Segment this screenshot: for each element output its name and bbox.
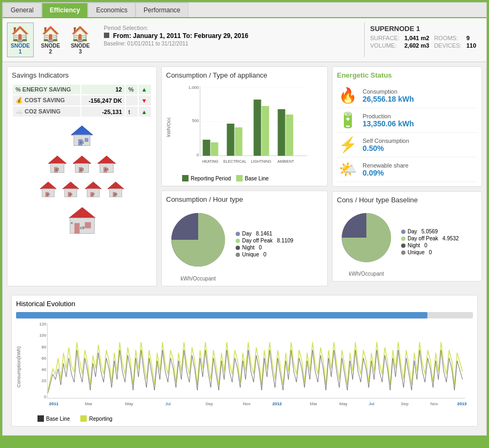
house-row-2: c2 c3 (17, 154, 147, 178)
legend-reporting: Reporting Period (182, 175, 231, 181)
tab-general[interactable]: General (3, 3, 42, 17)
svg-rect-48 (227, 124, 235, 156)
self-consumption-info: Self Consumption 0.50% (363, 138, 409, 153)
cons-hour-panel: Consumption / Hour type kWh/Occupant (161, 191, 328, 286)
scrollbar-track[interactable] (16, 312, 473, 318)
bl-unique-label: Unique (408, 249, 425, 255)
historical-chart-svg: 120 100 80 60 40 20 0 2011 Mar May (24, 321, 473, 412)
svg-text:c6: c6 (69, 192, 73, 196)
day-dot (236, 232, 240, 236)
snode-1[interactable]: 🏠 SNODE1 (7, 22, 34, 57)
volume-value: 2,602 m3 (404, 42, 430, 49)
bar-chart-legend: Reporting Period Base Line (182, 175, 323, 181)
svg-text:Jul: Jul (165, 401, 171, 406)
cons-hour-pie-svg (166, 208, 230, 272)
svg-text:c4: c4 (104, 168, 108, 171)
house-c7-icon: c7 (83, 180, 103, 200)
house-c7[interactable]: c7 (83, 180, 103, 202)
main-content: Savings Indicators % ENERGY SAVING 12 % … (3, 62, 486, 291)
svg-text:500: 500 (192, 118, 199, 123)
energetic-title: Energetic Status (337, 71, 477, 79)
scrollbar-thumb[interactable] (16, 312, 427, 318)
renewable-value: 0.09% (363, 169, 409, 177)
energy-saving-row: % ENERGY SAVING 12 % ▲ (13, 85, 151, 94)
energy-saving-icon: % ENERGY SAVING (13, 85, 80, 94)
cons-hour-legend: Day 8.1461 Day off Peak 8.1109 Night 0 (236, 231, 294, 259)
cost-saving-arrow: ▼ (139, 95, 151, 105)
svg-text:Sep: Sep (206, 401, 214, 406)
rooms-value: 9 (467, 35, 477, 41)
snode-3[interactable]: 🏠 SNODE3 (67, 23, 93, 57)
svg-text:c3: c3 (80, 168, 84, 171)
house-c1[interactable]: c1 (69, 123, 95, 151)
house-c6[interactable]: c6 (61, 180, 81, 202)
house-c5[interactable]: c5 (38, 180, 58, 202)
cons-baseline-panel: Cons / Hour type Baseline kWh/Occupant (332, 191, 482, 282)
dayoff-value: 8.1109 (277, 238, 294, 244)
house-c8-icon: c8 (106, 180, 126, 200)
night-dot (236, 246, 240, 250)
legend-baseline-color (236, 175, 243, 181)
self-consumption-label: Self Consumption (363, 138, 409, 144)
historical-section: Historical Evolution Consumption(kWh) 12… (7, 291, 482, 431)
snode-2-label: SNODE2 (41, 43, 61, 55)
svg-text:2013: 2013 (457, 401, 467, 406)
house-c1-icon: c1 (69, 123, 95, 150)
production-status-item: 🔋 Production 13,350.06 kWh (337, 108, 477, 133)
house-c2[interactable]: c2 (46, 154, 69, 178)
svg-text:Nov: Nov (243, 401, 251, 406)
svg-marker-29 (108, 182, 124, 189)
renewable-status-item: 🌤️ Renewable share 0.09% (337, 157, 477, 182)
house-c4[interactable]: c4 (95, 154, 118, 178)
svg-text:20: 20 (42, 378, 47, 383)
svg-rect-51 (262, 106, 269, 156)
svg-text:c7: c7 (92, 192, 95, 196)
bl-night-dot (401, 244, 405, 248)
snode-3-icon: 🏠 (71, 25, 90, 43)
svg-text:40: 40 (42, 367, 47, 372)
consumption-appliance-panel: Consumption / Type of appliance kWh/Occ … (161, 66, 328, 186)
bl-dayoff-value: 4.9532 (442, 236, 459, 241)
house-c9[interactable]: c9 (65, 204, 100, 240)
cost-saving-value: -156,247 DK (81, 95, 125, 105)
snode-1-label: SNODE1 (11, 43, 30, 55)
production-value: 13,350.06 kWh (363, 119, 414, 128)
renewable-label: Renewable share (363, 162, 409, 169)
tab-economics[interactable]: Economics (88, 3, 136, 17)
snode-list: 🏠 SNODE1 🏠 SNODE2 🏠 SNODE3 (7, 22, 93, 57)
cons-baseline-title: Cons / Hour type Baseline (337, 196, 477, 204)
svg-text:c2: c2 (55, 168, 59, 171)
period-square-icon (104, 33, 109, 38)
tab-performance[interactable]: Performance (136, 3, 189, 17)
devices-value: 110 (467, 42, 477, 49)
bar-chart-container: kWh/Occ 1,000 500 0 (166, 83, 323, 171)
tab-bar: General Efficiency Economics Performance (3, 3, 486, 18)
consumption-status-item: 🔥 Consumption 26,556.18 kWh (337, 83, 477, 108)
cons-hour-axis-label: kWh/Occupant (166, 276, 230, 282)
svg-rect-35 (74, 223, 79, 234)
svg-rect-36 (85, 222, 91, 228)
svg-marker-33 (69, 208, 95, 218)
period-info: Period Selection: From: January 1, 2011 … (99, 22, 359, 57)
svg-marker-5 (48, 156, 66, 163)
legend-reporting-color (182, 175, 189, 181)
svg-text:May: May (125, 401, 133, 406)
bl-unique-value: 0 (429, 249, 432, 255)
house-c8[interactable]: c8 (106, 180, 126, 202)
co2-saving-value: -25,131 (81, 107, 125, 117)
house-row-1: c1 (17, 123, 147, 151)
consumption-icon: 🔥 (337, 87, 358, 104)
historical-panel: Historical Evolution Consumption(kWh) 12… (11, 295, 478, 427)
snode-2[interactable]: 🏠 SNODE2 (38, 23, 64, 57)
snode-2-icon: 🏠 (41, 25, 61, 43)
house-c3[interactable]: c3 (71, 154, 93, 178)
svg-text:HEATING: HEATING (202, 160, 219, 163)
bl-day-label: Day (408, 229, 417, 234)
svg-rect-50 (254, 100, 261, 156)
svg-text:c1: c1 (80, 140, 85, 145)
house-c2-icon: c2 (46, 154, 69, 176)
savings-title: Savings Indicators (12, 71, 152, 79)
production-label: Production (363, 113, 414, 119)
tab-efficiency[interactable]: Efficiency (42, 3, 88, 17)
svg-marker-21 (63, 182, 79, 189)
